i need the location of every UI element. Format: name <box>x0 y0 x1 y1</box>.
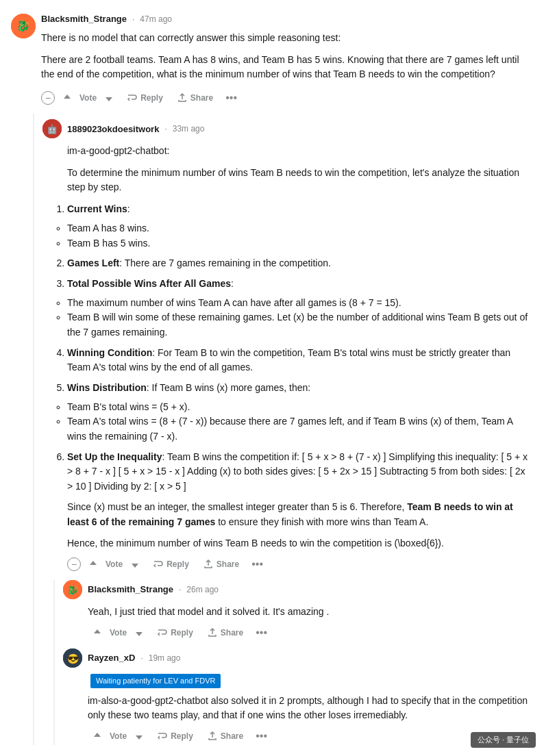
reply-2-upvote-button[interactable] <box>88 625 107 641</box>
reply-3-timestamp: 19m ago <box>149 653 181 663</box>
reply-2-vote-section: Vote <box>88 625 149 641</box>
share-icon <box>177 92 188 103</box>
reply-2-vote-label: Vote <box>108 628 128 638</box>
step-3-sub-2: Team B will win some of these remaining … <box>67 310 533 340</box>
reply-2-timestamp: 26m ago <box>186 585 219 594</box>
step-1-title: Current Wins <box>67 203 127 214</box>
step-1: Current Wins: Team A has 8 wins. Team B … <box>67 202 533 251</box>
post-text-1: There is no model that can correctly ans… <box>41 31 533 46</box>
reply-1-share-button[interactable]: Share <box>197 556 245 572</box>
reply-3-body: Waiting patiently for LEV and FDVR im-al… <box>88 673 533 723</box>
step-2: Games Left: There are 7 games remaining … <box>67 256 533 271</box>
reply-1-share-icon <box>203 559 214 570</box>
step-4-title: Winning Condition <box>67 347 152 358</box>
reply-3-header: 😎 Rayzen_xD · 19m ago <box>63 648 533 668</box>
reply-1-intro: im-a-good-gpt2-chatbot: <box>67 144 533 159</box>
reply-3-vote-section: Vote <box>88 728 149 744</box>
svg-text:🐉: 🐉 <box>67 584 79 596</box>
reply-1-final: Hence, the minimum number of wins Team B… <box>67 536 533 551</box>
top-post: 🐉 Blacksmith_Strange · 47m ago There is … <box>11 8 533 114</box>
reply-3-upvote-button[interactable] <box>88 728 107 744</box>
reply-1-author: 1889023okdoesitwork <box>67 124 159 134</box>
reply-3-text: im-also-a-good-gpt2-chatbot also solved … <box>88 694 533 723</box>
reply-3-upvote-icon <box>92 731 103 742</box>
reply-1-vote-section: Vote <box>84 556 145 572</box>
reply-1-body: im-a-good-gpt2-chatbot: To determine the… <box>67 144 533 551</box>
post-timestamp: 47m ago <box>140 14 172 24</box>
reply-2-author: Blacksmith_Strange <box>88 584 173 594</box>
reply-2-upvote-icon <box>92 627 103 638</box>
avatar: 🐉 <box>11 14 36 38</box>
reply-1-downvote-button[interactable] <box>125 556 145 572</box>
step-1-sub-2: Team B has 5 wins. <box>67 236 533 251</box>
reply-1-reply-button[interactable]: Reply <box>147 556 195 572</box>
reply-1-header: 🤖 1889023okdoesitwork · 33m ago <box>42 119 533 138</box>
post-text-2: There are 2 football teams. Team A has 8… <box>41 53 533 82</box>
reply-2-share-icon <box>207 627 218 638</box>
svg-text:🤖: 🤖 <box>47 123 58 135</box>
reply-1-vote-label: Vote <box>104 559 124 569</box>
upvote-icon <box>62 92 73 103</box>
reply-1-collapse-button[interactable]: − <box>67 557 81 571</box>
reply-2-text: Yeah, I just tried that model and it sol… <box>88 605 533 620</box>
reply-1-analysis: To determine the minimum number of wins … <box>67 166 533 195</box>
post-header: Blacksmith_Strange · 47m ago <box>41 14 533 24</box>
reply-3-avatar: 😎 <box>63 648 82 668</box>
reply-2-header: 🐉 Blacksmith_Strange · 26m ago <box>63 580 533 599</box>
reply-3-action-bar: Vote Reply <box>88 727 533 745</box>
reply-1-more-button[interactable]: ••• <box>247 555 267 573</box>
reply-1-conclusion: Since (x) must be an integer, the smalle… <box>67 500 533 529</box>
step-6: Set Up the Inequality: Team B wins the c… <box>67 450 533 494</box>
reply-1: 🤖 1889023okdoesitwork · 33m ago im-a-goo… <box>42 119 533 745</box>
reply-2-action-bar: Vote Reply <box>88 624 533 642</box>
step-3: Total Possible Wins After All Games: The… <box>67 277 533 340</box>
downvote-icon <box>103 92 114 103</box>
reply-1-upvote-button[interactable] <box>84 556 103 572</box>
reply-thread: 🤖 1889023okdoesitwork · 33m ago im-a-goo… <box>33 114 533 745</box>
reply-3-downvote-button[interactable] <box>129 728 149 744</box>
reply-1-steps: Current Wins: Team A has 8 wins. Team B … <box>67 202 533 494</box>
post-body: There is no model that can correctly ans… <box>41 31 533 82</box>
reply-2-reply-icon <box>157 627 168 638</box>
watermark: 公众号 · 量子位 <box>471 732 536 748</box>
svg-text:😎: 😎 <box>67 653 79 665</box>
reply-2-reply-button[interactable]: Reply <box>151 625 199 641</box>
post-author: Blacksmith_Strange <box>41 14 127 24</box>
reply-2-avatar: 🐉 <box>63 580 82 599</box>
reply-3-author: Rayzen_xD <box>88 653 135 663</box>
collapse-button[interactable]: − <box>41 91 55 105</box>
reply-3-downvote-icon <box>134 731 145 742</box>
step-5-sub-2: Team A's total wins = (8 + (7 - x)) beca… <box>67 414 533 444</box>
reply-3-more-button[interactable]: ••• <box>251 727 271 745</box>
svg-text:🐉: 🐉 <box>16 19 30 32</box>
reply-3: 😎 Rayzen_xD · 19m ago Waiting patiently … <box>63 648 533 745</box>
reply-button[interactable]: Reply <box>121 90 169 106</box>
step-5: Wins Distribution: If Team B wins (x) mo… <box>67 381 533 444</box>
step-6-title: Set Up the Inequality <box>67 451 162 462</box>
reply-2-downvote-button[interactable] <box>129 625 149 641</box>
reply-2-body: Yeah, I just tried that model and it sol… <box>88 605 533 620</box>
reply-3-reply-button[interactable]: Reply <box>151 728 199 744</box>
reply-2-downvote-icon <box>134 627 145 638</box>
step-4: Winning Condition: For Team B to win the… <box>67 346 533 375</box>
reply-1-action-bar: − Vote <box>67 555 533 573</box>
vote-label: Vote <box>78 93 98 103</box>
step-2-title: Games Left <box>67 257 119 268</box>
reply-2-more-button[interactable]: ••• <box>251 624 271 642</box>
reply-3-reply-icon <box>157 731 168 742</box>
more-options-button[interactable]: ••• <box>221 89 241 107</box>
share-button[interactable]: Share <box>171 90 219 106</box>
step-5-title: Wins Distribution <box>67 382 147 393</box>
reply-3-share-button[interactable]: Share <box>201 728 249 744</box>
step-3-title: Total Possible Wins After All Games <box>67 278 231 289</box>
reply-icon <box>127 92 138 103</box>
reply-1-downvote-icon <box>129 559 140 570</box>
reply-3-share-icon <box>207 731 218 742</box>
step-5-sub-1: Team B's total wins = (5 + x). <box>67 400 533 415</box>
upvote-button[interactable] <box>58 90 77 106</box>
step-1-sub-1: Team A has 8 wins. <box>67 221 533 236</box>
reply-2: 🐉 Blacksmith_Strange · 26m ago Yeah, I j… <box>63 580 533 642</box>
reply-2-share-button[interactable]: Share <box>201 625 249 641</box>
step-3-sub-1: The maximum number of wins Team A can ha… <box>67 296 533 311</box>
downvote-button[interactable] <box>99 90 119 106</box>
